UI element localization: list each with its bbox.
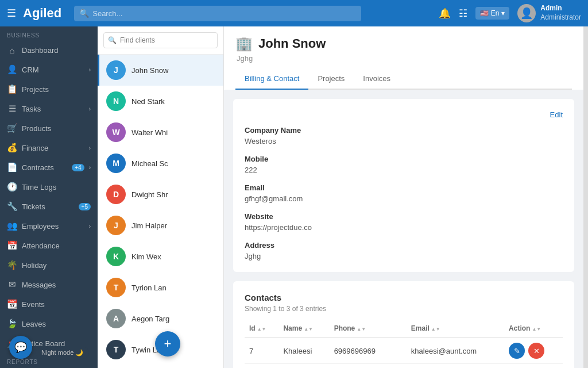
sidebar-item-events[interactable]: 📆Events	[0, 294, 98, 314]
contacts-showing: Showing 1 to 3 of 3 entries	[245, 305, 563, 313]
notification-bell-icon[interactable]: 🔔	[439, 7, 451, 20]
products-icon: 🛒	[7, 123, 17, 133]
sidebar-item-leaves[interactable]: 🍃Leaves	[0, 314, 98, 334]
admin-info: Admin Administrator	[540, 4, 581, 22]
list-item[interactable]: NNed Stark	[98, 86, 223, 117]
sidebar-item-tickets[interactable]: 🔧Tickets+5	[0, 197, 98, 216]
search-icon: 🔍	[79, 9, 89, 18]
sidebar-item-label: Messages	[22, 281, 91, 289]
detail-header: 🏢 John Snow Jghg Billing & Contact Proje…	[224, 26, 583, 90]
tab-billing-contact[interactable]: Billing & Contact	[235, 68, 308, 90]
sidebar-item-label: Tasks	[22, 105, 84, 113]
client-items-list: JJohn SnowNNed StarkWWalter WhiMMicheal …	[98, 55, 223, 368]
delete-contact-button[interactable]: ✕	[528, 343, 544, 359]
cell-phone: 6969696969	[330, 338, 407, 364]
company-name-value: Westeros	[245, 137, 563, 145]
detail-tabs: Billing & Contact Projects Invoices	[235, 68, 572, 90]
sidebar-item-crm[interactable]: 👤CRM›	[0, 60, 98, 79]
chat-bubble[interactable]: 💬	[9, 336, 32, 359]
col-email: Email▲▼	[407, 320, 504, 338]
address-label: Address	[245, 241, 563, 250]
tab-invoices[interactable]: Invoices	[354, 68, 400, 90]
billing-card-header: Edit	[245, 110, 563, 119]
cell-action: ✎✕	[504, 364, 563, 369]
admin-name: Admin	[540, 4, 581, 13]
sidebar-item-label: Holiday	[22, 261, 91, 270]
sidebar-item-label: Contracts	[22, 163, 67, 172]
website-label: Website	[245, 212, 563, 221]
contracts-icon: 📄	[7, 162, 17, 172]
sidebar-item-label: CRM	[22, 66, 84, 74]
sidebar-item-contracts[interactable]: 📄Contracts+4›	[0, 158, 98, 177]
client-name: Ned Stark	[131, 97, 165, 106]
client-avatar: N	[106, 91, 126, 111]
sidebar-item-tasks[interactable]: ☰Tasks›	[0, 99, 98, 118]
search-input[interactable]	[74, 6, 361, 21]
email-label: Email	[245, 183, 563, 192]
email-value: gfhgf@gmail.com	[245, 194, 563, 203]
client-name: Micheal Sc	[131, 159, 168, 168]
sidebar-item-dashboard[interactable]: ⌂Dashboard	[0, 41, 98, 60]
cell-id: 8	[245, 364, 278, 369]
client-avatar: T	[106, 278, 126, 297]
client-avatar: K	[106, 247, 126, 266]
edit-contact-button[interactable]: ✎	[509, 343, 525, 359]
list-item[interactable]: DDwight Shr	[98, 179, 223, 210]
sidebar-item-employees[interactable]: 👥Employees›	[0, 216, 98, 236]
crm-icon: 👤	[7, 64, 17, 75]
scrollbar[interactable]	[583, 26, 588, 368]
sidebar-badge: +5	[79, 203, 91, 210]
col-phone: Phone▲▼	[330, 320, 407, 338]
list-item[interactable]: WWalter Whi	[98, 117, 223, 148]
menu-icon[interactable]: ☰	[7, 7, 16, 20]
add-client-fab[interactable]: +	[155, 331, 180, 356]
client-avatar: J	[106, 216, 126, 235]
attendance-icon: 📅	[7, 240, 17, 251]
chevron-right-icon: ›	[89, 106, 91, 112]
list-item[interactable]: MMicheal Sc	[98, 148, 223, 179]
main-layout: BUSINESS⌂Dashboard👤CRM›📋Projects☰Tasks›🛒…	[0, 26, 588, 368]
sidebar-section-label: BUSINESS	[0, 26, 98, 41]
finance-icon: 💰	[7, 143, 17, 153]
cell-id: 7	[245, 338, 278, 364]
tab-projects[interactable]: Projects	[308, 68, 354, 90]
sidebar-item-attendance[interactable]: 📅Attendance	[0, 236, 98, 255]
sidebar-item-holiday[interactable]: 🌴Holiday	[0, 255, 98, 275]
address-value: Jghg	[245, 252, 563, 260]
col-id: Id▲▼	[245, 320, 278, 338]
list-item[interactable]: JJohn Snow	[98, 55, 223, 86]
client-title: John Snow	[258, 36, 326, 51]
sidebar-item-products[interactable]: 🛒Products	[0, 118, 98, 138]
sidebar-item-label: Finance	[22, 144, 84, 152]
edit-link[interactable]: Edit	[550, 110, 563, 119]
contacts-title: Contacts	[245, 293, 563, 302]
sidebar-item-finance[interactable]: 💰Finance›	[0, 138, 98, 158]
holiday-icon: 🌴	[7, 260, 17, 270]
detail-pane: 🏢 John Snow Jghg Billing & Contact Proje…	[224, 26, 583, 368]
list-item[interactable]: TTyrion Lan	[98, 272, 223, 303]
language-selector[interactable]: 🇺🇸 En ▾	[475, 7, 510, 20]
top-nav: ☰ Agiled 🔍 🔔 ☷ 🇺🇸 En ▾ 👤 Admin Administr…	[0, 0, 588, 26]
sidebar-item-messages[interactable]: ✉Messages	[0, 275, 98, 294]
brand-logo: Agiled	[23, 6, 61, 21]
cell-email: khaleesi@aunt.com	[407, 338, 504, 364]
apps-grid-icon[interactable]: ☷	[459, 7, 467, 20]
sidebar-item-label: Time Logs	[22, 183, 91, 191]
client-avatar: T	[106, 340, 126, 359]
list-item[interactable]: AAegon Targ	[98, 303, 223, 334]
sidebar-item-projects[interactable]: 📋Projects	[0, 79, 98, 99]
leaves-icon: 🍃	[7, 319, 17, 329]
client-list-pane: 🔍 JJohn SnowNNed StarkWWalter WhiMMichea…	[98, 26, 224, 368]
list-item[interactable]: KKim Wex	[98, 241, 223, 272]
flag-icon: 🇺🇸	[480, 9, 489, 17]
email-section: Email gfhgf@gmail.com	[245, 183, 563, 203]
client-avatar: J	[106, 60, 126, 80]
client-search-input[interactable]	[103, 32, 218, 48]
list-item[interactable]: JJim Halper	[98, 210, 223, 241]
mobile-section: Mobile 222	[245, 155, 563, 174]
sidebar-item-label: Employees	[22, 222, 84, 231]
sidebar-item-label: Leaves	[22, 320, 91, 328]
sidebar-item-timelogs[interactable]: 🕐Time Logs	[0, 177, 98, 197]
user-avatar-wrap[interactable]: 👤 Admin Administrator	[517, 4, 581, 22]
night-mode-button[interactable]: Night mode 🌙	[36, 347, 89, 359]
